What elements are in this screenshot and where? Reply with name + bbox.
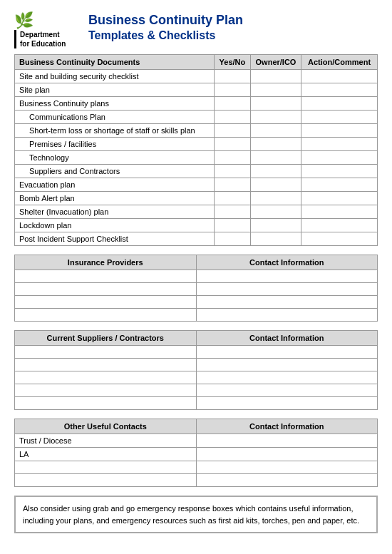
owner-cell <box>250 192 301 205</box>
document-name-cell: Lockdown plan <box>15 219 215 232</box>
table-row: Business Continuity plans <box>15 97 378 111</box>
other-contacts-table: Other Useful Contacts Contact Informatio… <box>14 419 378 487</box>
owner-cell <box>250 165 301 178</box>
main-title: Business Continuity Plan <box>88 13 243 29</box>
list-item: Trust / Diocese <box>15 434 378 448</box>
contact-name-cell <box>15 474 197 487</box>
action-cell <box>301 165 378 178</box>
list-item <box>15 359 378 371</box>
yes-no-cell <box>214 83 250 97</box>
list-item <box>15 474 378 487</box>
yes-no-cell <box>214 219 250 232</box>
yes-no-cell <box>214 97 250 111</box>
insurance-name-cell <box>15 270 197 283</box>
table-row: Bomb Alert plan <box>15 192 378 205</box>
document-name-cell: Short-term loss or shortage of staff or … <box>15 124 215 138</box>
supplier-contact-cell <box>196 346 378 359</box>
insurance-col1-header: Insurance Providers <box>15 255 197 270</box>
other-contacts-section: Other Useful Contacts Contact Informatio… <box>14 419 378 487</box>
action-cell <box>301 97 378 111</box>
owner-cell <box>250 70 301 83</box>
list-item <box>15 384 378 397</box>
insurance-table: Insurance Providers Contact Information <box>14 255 378 322</box>
table-row: Site plan <box>15 83 378 97</box>
yes-no-cell <box>214 151 250 165</box>
supplier-name-cell <box>15 359 197 371</box>
yes-no-cell <box>214 165 250 178</box>
owner-cell <box>250 111 301 124</box>
supplier-contact-cell <box>196 397 378 410</box>
yes-no-cell <box>214 205 250 219</box>
owner-cell <box>250 205 301 219</box>
yes-no-cell <box>214 111 250 124</box>
insurance-contact-cell <box>196 296 378 309</box>
action-cell <box>301 192 378 205</box>
contact-info-cell <box>196 474 378 487</box>
col-header-action: Action/Comment <box>301 55 378 70</box>
action-cell <box>301 111 378 124</box>
contact-info-cell <box>196 461 378 474</box>
main-checklist-table: Business Continuity Documents Yes/No Own… <box>14 54 378 246</box>
list-item <box>15 283 378 296</box>
contact-info-cell <box>196 448 378 461</box>
action-cell <box>301 151 378 165</box>
table-row: Technology <box>15 151 378 165</box>
action-cell <box>301 219 378 232</box>
action-cell <box>301 70 378 83</box>
document-name-cell: Business Continuity plans <box>15 97 215 111</box>
contact-name-cell <box>15 461 197 474</box>
list-item <box>15 296 378 309</box>
action-cell <box>301 205 378 219</box>
list-item <box>15 461 378 474</box>
table-row: Site and building security checklist <box>15 70 378 83</box>
table-row: Premises / facilities <box>15 138 378 151</box>
document-name-cell: Site and building security checklist <box>15 70 215 83</box>
insurance-name-cell <box>15 309 197 322</box>
insurance-contact-cell <box>196 270 378 283</box>
yes-no-cell <box>214 124 250 138</box>
table-row: Lockdown plan <box>15 219 378 232</box>
note-text: Also consider using grab and go emergenc… <box>23 504 359 525</box>
title-area: Business Continuity Plan Templates & Che… <box>88 13 243 42</box>
table-row: Suppliers and Contractors <box>15 165 378 178</box>
owner-cell <box>250 138 301 151</box>
list-item <box>15 371 378 384</box>
sub-title: Templates & Checklists <box>88 29 243 42</box>
suppliers-table: Current Suppliers / Contractors Contact … <box>14 330 378 410</box>
page-header: 🌿 Department for Education Business Cont… <box>14 13 378 48</box>
action-cell <box>301 232 378 246</box>
col-header-owner: Owner/ICO <box>250 55 301 70</box>
list-item <box>15 397 378 410</box>
action-cell <box>301 83 378 97</box>
owner-cell <box>250 97 301 111</box>
yes-no-cell <box>214 70 250 83</box>
department-name: Department for Education <box>14 30 66 48</box>
document-name-cell: Bomb Alert plan <box>15 192 215 205</box>
yes-no-cell <box>214 192 250 205</box>
col-header-yesno: Yes/No <box>214 55 250 70</box>
insurance-contact-cell <box>196 283 378 296</box>
owner-cell <box>250 124 301 138</box>
document-name-cell: Site plan <box>15 83 215 97</box>
owner-cell <box>250 178 301 192</box>
insurance-section: Insurance Providers Contact Information <box>14 255 378 322</box>
yes-no-cell <box>214 178 250 192</box>
suppliers-col1-header: Current Suppliers / Contractors <box>15 331 197 346</box>
supplier-name-cell <box>15 371 197 384</box>
contact-name-cell: Trust / Diocese <box>15 434 197 448</box>
table-row: Evacuation plan <box>15 178 378 192</box>
action-cell <box>301 138 378 151</box>
document-name-cell: Premises / facilities <box>15 138 215 151</box>
main-checklist-section: Business Continuity Documents Yes/No Own… <box>14 54 378 246</box>
supplier-name-cell <box>15 346 197 359</box>
document-name-cell: Post Incident Support Checklist <box>15 232 215 246</box>
supplier-contact-cell <box>196 359 378 371</box>
yes-no-cell <box>214 138 250 151</box>
supplier-contact-cell <box>196 371 378 384</box>
document-name-cell: Shelter (Invacuation) plan <box>15 205 215 219</box>
owner-cell <box>250 232 301 246</box>
action-cell <box>301 124 378 138</box>
insurance-col2-header: Contact Information <box>196 255 378 270</box>
crown-icon: 🌿 <box>14 13 33 29</box>
col-header-documents: Business Continuity Documents <box>15 55 215 70</box>
